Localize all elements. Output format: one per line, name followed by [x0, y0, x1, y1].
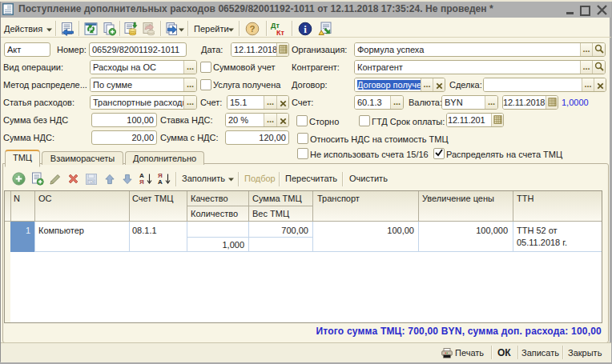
- svg-text:ГОК: ГОК: [88, 180, 95, 184]
- svg-text:?: ?: [249, 24, 255, 34]
- svg-text:i: i: [304, 23, 307, 35]
